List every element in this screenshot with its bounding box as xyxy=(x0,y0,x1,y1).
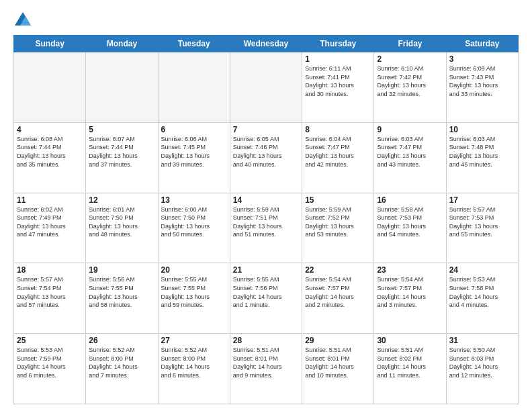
day-number: 27 xyxy=(161,336,227,345)
day-info: Sunrise: 6:05 AM Sunset: 7:46 PM Dayligh… xyxy=(233,135,299,169)
calendar-cell-3-2: 12Sunrise: 6:01 AM Sunset: 7:50 PM Dayli… xyxy=(86,193,158,263)
calendar-cell-2-1: 4Sunrise: 6:08 AM Sunset: 7:44 PM Daylig… xyxy=(14,122,86,193)
day-number: 12 xyxy=(89,195,154,205)
day-number: 21 xyxy=(233,265,299,275)
day-number: 4 xyxy=(17,125,83,134)
day-number: 17 xyxy=(449,195,515,205)
calendar-cell-1-3 xyxy=(158,52,230,123)
day-number: 25 xyxy=(17,336,83,345)
calendar-cell-4-7: 24Sunrise: 5:53 AM Sunset: 7:58 PM Dayli… xyxy=(446,263,518,334)
calendar-cell-2-7: 10Sunrise: 6:03 AM Sunset: 7:48 PM Dayli… xyxy=(446,122,518,193)
day-info: Sunrise: 6:00 AM Sunset: 7:50 PM Dayligh… xyxy=(161,205,227,239)
day-info: Sunrise: 6:08 AM Sunset: 7:44 PM Dayligh… xyxy=(17,135,83,169)
calendar-cell-2-2: 5Sunrise: 6:07 AM Sunset: 7:44 PM Daylig… xyxy=(86,122,158,193)
calendar-cell-3-6: 16Sunrise: 5:58 AM Sunset: 7:53 PM Dayli… xyxy=(374,193,446,263)
day-number: 13 xyxy=(161,195,227,205)
day-info: Sunrise: 5:57 AM Sunset: 7:53 PM Dayligh… xyxy=(449,205,515,239)
calendar-header-friday: Friday xyxy=(374,36,446,52)
calendar-header-monday: Monday xyxy=(86,36,158,52)
day-info: Sunrise: 5:57 AM Sunset: 7:54 PM Dayligh… xyxy=(17,275,83,309)
calendar-cell-1-1 xyxy=(14,52,86,123)
day-number: 7 xyxy=(233,125,299,134)
calendar-cell-5-6: 30Sunrise: 5:51 AM Sunset: 8:02 PM Dayli… xyxy=(374,334,446,404)
calendar-cell-4-2: 19Sunrise: 5:56 AM Sunset: 7:55 PM Dayli… xyxy=(86,263,158,334)
day-info: Sunrise: 6:11 AM Sunset: 7:41 PM Dayligh… xyxy=(305,64,371,98)
day-number: 9 xyxy=(377,125,443,134)
logo xyxy=(13,11,35,30)
day-number: 28 xyxy=(233,336,299,345)
calendar-cell-4-6: 23Sunrise: 5:54 AM Sunset: 7:57 PM Dayli… xyxy=(374,263,446,334)
page: SundayMondayTuesdayWednesdayThursdayFrid… xyxy=(0,0,532,411)
calendar-header-saturday: Saturday xyxy=(446,36,518,52)
day-info: Sunrise: 5:56 AM Sunset: 7:55 PM Dayligh… xyxy=(89,275,154,309)
calendar-cell-5-5: 29Sunrise: 5:51 AM Sunset: 8:01 PM Dayli… xyxy=(302,334,374,404)
day-number: 30 xyxy=(377,336,443,345)
calendar-cell-3-4: 14Sunrise: 5:59 AM Sunset: 7:51 PM Dayli… xyxy=(230,193,302,263)
calendar-header-row: SundayMondayTuesdayWednesdayThursdayFrid… xyxy=(14,36,519,52)
day-number: 3 xyxy=(449,54,515,64)
day-info: Sunrise: 5:51 AM Sunset: 8:02 PM Dayligh… xyxy=(377,346,443,379)
day-info: Sunrise: 6:06 AM Sunset: 7:45 PM Dayligh… xyxy=(161,135,227,169)
day-number: 23 xyxy=(377,265,443,275)
calendar-cell-4-4: 21Sunrise: 5:55 AM Sunset: 7:56 PM Dayli… xyxy=(230,263,302,334)
day-info: Sunrise: 6:10 AM Sunset: 7:42 PM Dayligh… xyxy=(377,64,443,98)
calendar-cell-1-7: 3Sunrise: 6:09 AM Sunset: 7:43 PM Daylig… xyxy=(446,52,518,123)
day-number: 11 xyxy=(17,195,83,205)
day-info: Sunrise: 5:53 AM Sunset: 7:58 PM Dayligh… xyxy=(449,275,515,309)
calendar-week-2: 4Sunrise: 6:08 AM Sunset: 7:44 PM Daylig… xyxy=(14,122,519,193)
day-number: 14 xyxy=(233,195,299,205)
day-info: Sunrise: 5:59 AM Sunset: 7:52 PM Dayligh… xyxy=(305,205,371,239)
day-number: 31 xyxy=(449,336,515,345)
day-info: Sunrise: 5:51 AM Sunset: 8:01 PM Dayligh… xyxy=(233,346,299,379)
calendar-cell-2-3: 6Sunrise: 6:06 AM Sunset: 7:45 PM Daylig… xyxy=(158,122,230,193)
calendar-cell-3-7: 17Sunrise: 5:57 AM Sunset: 7:53 PM Dayli… xyxy=(446,193,518,263)
day-number: 2 xyxy=(377,54,443,64)
day-info: Sunrise: 5:54 AM Sunset: 7:57 PM Dayligh… xyxy=(305,275,371,309)
day-number: 16 xyxy=(377,195,443,205)
calendar-cell-4-5: 22Sunrise: 5:54 AM Sunset: 7:57 PM Dayli… xyxy=(302,263,374,334)
calendar-cell-2-4: 7Sunrise: 6:05 AM Sunset: 7:46 PM Daylig… xyxy=(230,122,302,193)
calendar-cell-1-5: 1Sunrise: 6:11 AM Sunset: 7:41 PM Daylig… xyxy=(302,52,374,123)
calendar-week-5: 25Sunrise: 5:53 AM Sunset: 7:59 PM Dayli… xyxy=(14,334,519,404)
day-info: Sunrise: 5:55 AM Sunset: 7:55 PM Dayligh… xyxy=(161,275,227,309)
day-info: Sunrise: 5:51 AM Sunset: 8:01 PM Dayligh… xyxy=(305,346,371,379)
day-info: Sunrise: 5:59 AM Sunset: 7:51 PM Dayligh… xyxy=(233,205,299,239)
calendar-cell-5-1: 25Sunrise: 5:53 AM Sunset: 7:59 PM Dayli… xyxy=(14,334,86,404)
day-info: Sunrise: 6:07 AM Sunset: 7:44 PM Dayligh… xyxy=(89,135,154,169)
day-info: Sunrise: 5:52 AM Sunset: 8:00 PM Dayligh… xyxy=(161,346,227,379)
calendar-cell-5-2: 26Sunrise: 5:52 AM Sunset: 8:00 PM Dayli… xyxy=(86,334,158,404)
header xyxy=(13,11,519,30)
day-number: 15 xyxy=(305,195,371,205)
day-info: Sunrise: 5:52 AM Sunset: 8:00 PM Dayligh… xyxy=(89,346,154,379)
day-number: 1 xyxy=(305,54,371,64)
day-number: 20 xyxy=(161,265,227,275)
day-number: 5 xyxy=(89,125,154,134)
day-info: Sunrise: 6:03 AM Sunset: 7:47 PM Dayligh… xyxy=(377,135,443,169)
calendar-table: SundayMondayTuesdayWednesdayThursdayFrid… xyxy=(13,35,519,404)
day-number: 22 xyxy=(305,265,371,275)
day-info: Sunrise: 5:55 AM Sunset: 7:56 PM Dayligh… xyxy=(233,275,299,309)
day-info: Sunrise: 5:53 AM Sunset: 7:59 PM Dayligh… xyxy=(17,346,83,379)
calendar-cell-1-4 xyxy=(230,52,302,123)
day-number: 19 xyxy=(89,265,154,275)
calendar-cell-3-1: 11Sunrise: 6:02 AM Sunset: 7:49 PM Dayli… xyxy=(14,193,86,263)
calendar-header-wednesday: Wednesday xyxy=(230,36,302,52)
calendar-header-tuesday: Tuesday xyxy=(158,36,230,52)
calendar-week-3: 11Sunrise: 6:02 AM Sunset: 7:49 PM Dayli… xyxy=(14,193,519,263)
day-info: Sunrise: 5:54 AM Sunset: 7:57 PM Dayligh… xyxy=(377,275,443,309)
day-info: Sunrise: 6:03 AM Sunset: 7:48 PM Dayligh… xyxy=(449,135,515,169)
calendar-week-4: 18Sunrise: 5:57 AM Sunset: 7:54 PM Dayli… xyxy=(14,263,519,334)
calendar-header-thursday: Thursday xyxy=(302,36,374,52)
calendar-cell-5-3: 27Sunrise: 5:52 AM Sunset: 8:00 PM Dayli… xyxy=(158,334,230,404)
day-number: 6 xyxy=(161,125,227,134)
day-info: Sunrise: 6:09 AM Sunset: 7:43 PM Dayligh… xyxy=(449,64,515,98)
day-info: Sunrise: 5:50 AM Sunset: 8:03 PM Dayligh… xyxy=(449,346,515,379)
day-info: Sunrise: 6:01 AM Sunset: 7:50 PM Dayligh… xyxy=(89,205,154,239)
calendar-cell-4-1: 18Sunrise: 5:57 AM Sunset: 7:54 PM Dayli… xyxy=(14,263,86,334)
day-info: Sunrise: 6:02 AM Sunset: 7:49 PM Dayligh… xyxy=(17,205,83,239)
day-number: 10 xyxy=(449,125,515,134)
day-number: 8 xyxy=(305,125,371,134)
calendar-week-1: 1Sunrise: 6:11 AM Sunset: 7:41 PM Daylig… xyxy=(14,52,519,123)
calendar-cell-5-4: 28Sunrise: 5:51 AM Sunset: 8:01 PM Dayli… xyxy=(230,334,302,404)
logo-icon xyxy=(13,11,32,30)
